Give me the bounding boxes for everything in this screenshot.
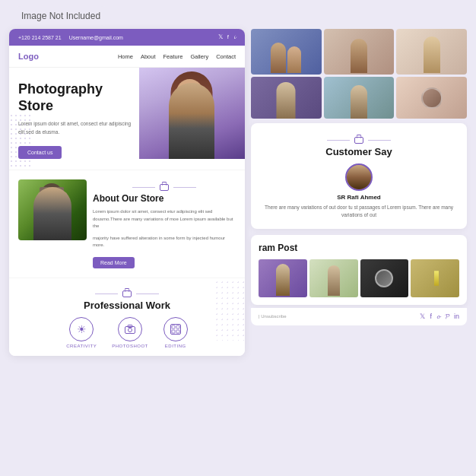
- footer-strip: | Unsubscribe 𝕏 f 𝓸 𝓟 in: [251, 308, 467, 325]
- editing-icon: [163, 317, 188, 341]
- nav-about[interactable]: About: [141, 53, 156, 60]
- insta-thumb-1: [259, 259, 307, 297]
- editing-item: EDITING: [163, 317, 188, 348]
- website-mockup: +120 214 2587 21 Username@gmail.com 𝕏 f …: [9, 29, 245, 356]
- footer-unsubscribe: | Unsubscribe: [259, 314, 287, 319]
- gallery-thumb-5: [324, 77, 395, 119]
- instagram-section: ram Post: [251, 235, 467, 305]
- image-not-included-label: Image Not Included: [11, 6, 111, 26]
- photoshoot-label: PHOTOSHOOT: [112, 344, 148, 348]
- nav-home[interactable]: Home: [118, 53, 133, 60]
- svg-rect-5: [176, 325, 179, 328]
- footer-linkedin-icon[interactable]: in: [454, 313, 459, 321]
- gallery-thumb-2: [324, 29, 395, 75]
- about-section: About Our Store Lorem ipsum dolor sit am…: [9, 170, 245, 278]
- photoshoot-item: PHOTOSHOOT: [112, 317, 148, 348]
- customer-say-title: Customer Say: [260, 146, 458, 157]
- gallery-thumb-1: [251, 29, 322, 75]
- twitter-icon: 𝕏: [218, 33, 223, 41]
- nav-contact[interactable]: Contact: [216, 53, 236, 60]
- about-text1: Lorem ipsum dolor sit amet, consect etur…: [93, 208, 236, 230]
- insta-thumb-2: [309, 259, 358, 297]
- hero-title: Photography Store: [18, 81, 132, 114]
- nav-gallery[interactable]: Gallery: [190, 53, 208, 60]
- svg-rect-4: [172, 325, 175, 328]
- site-header-bar: +120 214 2587 21 Username@gmail.com 𝕏 f …: [9, 29, 245, 46]
- instagram-icon: 𝓲: [233, 33, 236, 41]
- email-text: Username@gmail.com: [69, 35, 123, 40]
- svg-point-2: [128, 328, 132, 332]
- insta-thumb-4: [411, 259, 459, 297]
- work-divider: [18, 290, 236, 297]
- about-divider: [93, 184, 236, 191]
- facebook-icon: f: [227, 33, 229, 41]
- creativity-icon: ☀: [69, 317, 94, 341]
- creativity-label: CREATIVITY: [66, 344, 97, 348]
- pro-work-title: Professional Work: [18, 300, 236, 311]
- reviewer-name: SR Rafi Ahmed: [260, 194, 458, 201]
- hero-description: Lorem ipsum dolor sit amet, consect etur…: [18, 120, 132, 136]
- phone-text: +120 214 2587 21: [18, 35, 62, 40]
- customer-say-card: Customer Say SR Rafi Ahmed There are man…: [251, 123, 467, 229]
- professional-work-section: Professional Work ☀ CREATIVITY PHOTOSHOO…: [9, 278, 245, 356]
- customer-divider: [260, 137, 458, 144]
- instagram-title: ram Post: [259, 243, 459, 253]
- site-logo: Logo: [18, 52, 39, 61]
- editing-label: EDITING: [163, 344, 188, 348]
- contact-us-button[interactable]: Contact us: [18, 146, 62, 159]
- footer-facebook-icon[interactable]: f: [430, 313, 432, 321]
- read-more-button[interactable]: Read More: [93, 257, 135, 268]
- insta-thumb-3: [360, 259, 409, 297]
- hero-photo: [139, 68, 246, 159]
- gallery-strip: [251, 29, 467, 75]
- svg-rect-3: [170, 324, 180, 334]
- reviewer-avatar: [345, 163, 373, 191]
- creativity-item: ☀ CREATIVITY: [66, 317, 97, 348]
- right-panel: Customer Say SR Rafi Ahmed There are man…: [251, 29, 467, 356]
- nav-feature[interactable]: Feature: [163, 53, 183, 60]
- gallery-thumb-3: [396, 29, 467, 75]
- hero-section: Photography Store Lorem ipsum dolor sit …: [9, 68, 245, 170]
- gallery-thumb-4: [251, 77, 322, 119]
- about-photo: [18, 179, 87, 240]
- review-text: There are many variations of out door tu…: [260, 204, 458, 220]
- svg-rect-7: [176, 330, 179, 333]
- svg-rect-6: [172, 330, 175, 333]
- footer-other-icon[interactable]: 𝓸: [436, 313, 440, 321]
- about-title: About Our Store: [93, 193, 236, 204]
- photoshoot-icon: [118, 317, 142, 341]
- gallery-thumb-6: [396, 77, 467, 119]
- about-text2: majority have suffered alteration in som…: [93, 235, 236, 249]
- footer-pinterest-icon[interactable]: 𝓟: [445, 313, 449, 321]
- footer-twitter-icon[interactable]: 𝕏: [420, 313, 425, 321]
- site-nav: Logo Home About Feature Gallery Contact: [9, 46, 245, 68]
